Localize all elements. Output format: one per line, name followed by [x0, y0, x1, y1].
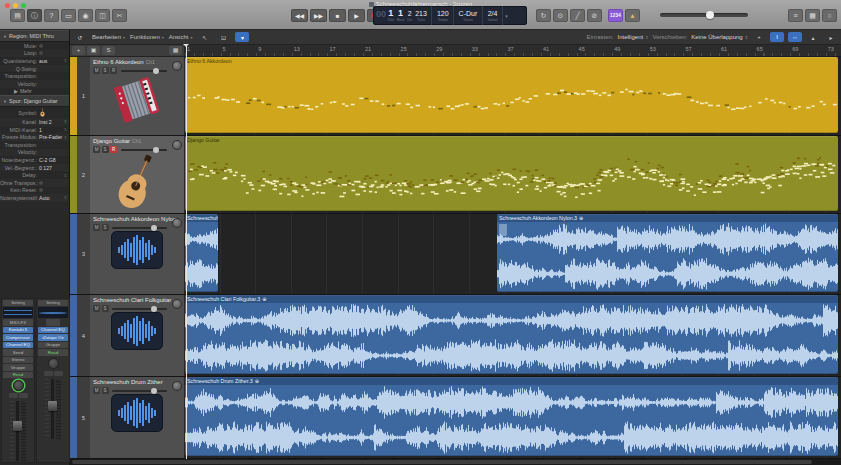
audio-fx-slot[interactable]: Compressor — [3, 334, 33, 341]
volume-slider-thumb[interactable] — [706, 11, 714, 19]
inspector-row-midi-channel[interactable]: MIDI-Kanal:1⇕ — [0, 126, 69, 134]
track-pan-knob[interactable] — [172, 140, 182, 150]
inspector-row-symbol[interactable]: Symbol: — [0, 107, 69, 118]
track-name[interactable]: Django GuitarCh1 — [93, 138, 181, 144]
track-volume-slider[interactable] — [112, 308, 167, 310]
track-header-config-icon[interactable]: ▦ — [169, 46, 182, 55]
lcd-menu-caret[interactable]: ▾ — [502, 6, 510, 25]
zoom-vertical-icon[interactable]: ▴ — [806, 32, 820, 42]
view-menu[interactable]: Ansicht▾ — [169, 34, 193, 40]
record-enable-button[interactable]: R — [110, 146, 117, 153]
mute-button[interactable]: M — [93, 224, 100, 231]
track-header-clari-folkguitar[interactable]: 4 Schneeschuh Clari Folkguitar M S — [70, 295, 185, 376]
editors-icon[interactable]: ✂ — [112, 9, 127, 22]
no-reset-checkbox[interactable] — [39, 188, 43, 192]
inspector-row-delay[interactable]: Delay:⇕ — [0, 171, 69, 179]
toolbar-icon[interactable]: ▭ — [61, 9, 76, 22]
count-in-button[interactable]: 1234 — [608, 9, 623, 22]
playhead[interactable] — [186, 44, 187, 459]
track-lane[interactable]: Schneeschuh Clari Folkguitar.3⊕ — [185, 295, 841, 376]
group-slot[interactable]: Gruppe — [3, 364, 33, 371]
inspector-row-qswing[interactable]: Q-Swing: — [0, 65, 69, 73]
track-volume-slider[interactable] — [112, 227, 167, 229]
stop-button[interactable]: ■ — [329, 9, 346, 22]
send-slot[interactable]: Send — [3, 349, 33, 356]
stepper-icon[interactable]: ⇕ — [64, 119, 67, 124]
track-pan-knob[interactable] — [172, 381, 182, 391]
volume-fader[interactable] — [51, 379, 54, 439]
track-volume-slider[interactable] — [112, 390, 167, 392]
track-lane[interactable]: Ethno 6 Akkordeon — [185, 57, 841, 135]
track-volume-slider[interactable] — [121, 70, 168, 72]
media-browser-icon[interactable]: ▦ — [805, 9, 820, 22]
region-inspector-header[interactable]: ▼Region: MIDI Thru — [0, 30, 69, 42]
track-name[interactable]: Schneeschuh Akkordeon Nylon — [93, 216, 181, 222]
solo-button[interactable]: S — [102, 387, 109, 394]
key-display[interactable]: C-DurTonart — [453, 6, 482, 25]
rewind-button[interactable]: ◀◀ — [291, 9, 308, 22]
audio-fx-slot[interactable]: Channel EQ — [38, 327, 68, 334]
pointer-tool-icon[interactable]: ↖ — [197, 32, 211, 42]
horizontal-auto-zoom-button[interactable]: ↔ — [788, 32, 802, 42]
eq-display[interactable] — [3, 307, 33, 318]
inspector-row-no-transpose[interactable]: Ohne Transpos.: — [0, 179, 69, 187]
setting-button[interactable]: Setting — [3, 300, 33, 307]
track-header-django-guitar[interactable]: 2 Django GuitarCh1 M S R — [70, 136, 185, 213]
inspector-row-more[interactable]: ▶Mehr — [0, 88, 69, 96]
stepper-icon[interactable]: ⇕ — [64, 135, 67, 140]
midi-fx-slot[interactable]: MIDI-FX — [3, 319, 33, 326]
solo-button[interactable] — [19, 393, 28, 398]
fade-handle[interactable] — [499, 224, 507, 236]
add-track-button[interactable]: + — [72, 46, 85, 55]
track-name[interactable]: Schneeschuh Drum Zither — [93, 379, 181, 385]
inspector-row-no-reset[interactable]: Kein Reset: — [0, 187, 69, 195]
track-volume-slider[interactable] — [121, 149, 168, 151]
global-solo-button[interactable]: S — [102, 46, 115, 55]
stepper-icon[interactable]: ⇕ — [64, 195, 67, 200]
fader-thumb[interactable] — [48, 401, 57, 411]
lcd-display[interactable]: 00 1Takt 1Beat 2Div 213Ticks 120Tempo C-… — [373, 6, 527, 25]
eq-display[interactable] — [38, 307, 68, 318]
list-editors-icon[interactable]: ≡ — [788, 9, 803, 22]
stepper-icon[interactable]: ⇕ — [64, 127, 67, 132]
time-signature-display[interactable]: 2/4Taktart — [482, 6, 503, 25]
smart-controls-icon[interactable]: ◉ — [78, 9, 93, 22]
track-lane[interactable]: Django Guitar — [185, 136, 841, 213]
track-pan-knob[interactable] — [172, 61, 182, 71]
tempo-display[interactable]: 120Tempo — [431, 6, 453, 25]
track-lane[interactable]: Schneeschuh Drum Zither.3⊕ — [185, 377, 841, 458]
snap-dropdown[interactable]: Intelligent⇕ — [618, 34, 649, 40]
forward-button[interactable]: ▶▶ — [310, 9, 327, 22]
solo-button[interactable]: S — [102, 67, 109, 74]
solo-button[interactable] — [54, 371, 63, 376]
stepper-icon[interactable]: ⇕ — [64, 58, 67, 63]
inspector-row-vel-limit[interactable]: Vel.-Begrenz.:0 127 — [0, 164, 69, 172]
track-inspector-header[interactable]: ▼Spur: Django Guitar — [0, 95, 69, 107]
pan-knob[interactable] — [13, 380, 24, 391]
inspector-row-loop[interactable]: Loop: — [0, 50, 69, 58]
pan-knob[interactable] — [48, 358, 59, 369]
inspector-row-quantize[interactable]: Quantisierung:aus⇕ — [0, 57, 69, 65]
zoom-horizontal-icon[interactable]: ▸ — [824, 32, 838, 42]
audio-fx-slot[interactable]: Channel EQ — [3, 342, 33, 349]
stepper-icon[interactable]: ⇕ — [64, 173, 67, 178]
position-display[interactable]: 00 1Takt 1Beat 2Div 213Ticks — [373, 6, 431, 25]
vertical-auto-zoom-button[interactable]: I — [770, 32, 784, 42]
midi-region-ethno-akkordeon[interactable]: Ethno 6 Akkordeon — [185, 57, 838, 133]
drag-mode-dropdown[interactable]: Keine Überlappung⇕ — [691, 34, 748, 40]
solo-button[interactable]: S — [102, 305, 109, 312]
inspector-row-mute[interactable]: Mute: — [0, 42, 69, 50]
instrument-slot[interactable]: Kontakt 5 — [3, 327, 33, 334]
mute-button[interactable] — [44, 371, 53, 376]
solo-button[interactable]: S — [102, 146, 109, 153]
track-pan-knob[interactable] — [172, 218, 182, 228]
nudge-icon[interactable]: + — [752, 32, 766, 42]
inspector-row-track-transpose[interactable]: Transposition: — [0, 141, 69, 149]
slider-thumb[interactable] — [153, 147, 159, 153]
slider-thumb[interactable] — [151, 388, 157, 394]
autopunch-icon[interactable]: ⊙ — [553, 9, 568, 22]
setting-button[interactable]: Setting — [38, 300, 68, 307]
fader-thumb[interactable] — [13, 421, 22, 431]
replace-icon[interactable]: ╱ — [570, 9, 585, 22]
mute-button[interactable]: M — [93, 305, 100, 312]
